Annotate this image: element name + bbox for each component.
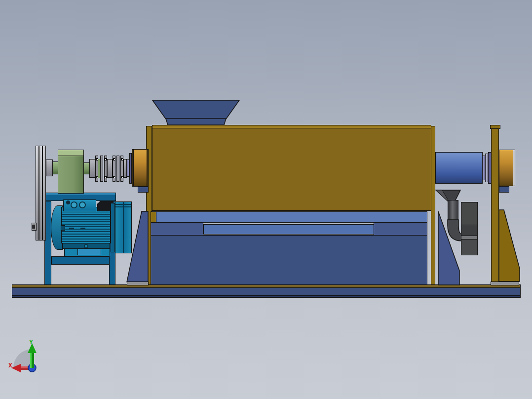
fan-cowl-ring [111, 203, 115, 252]
discharge-pipe [448, 200, 458, 221]
fan-cowl-seam [123, 202, 124, 253]
blower-duct-upper [461, 202, 478, 225]
rail-step-block-left [151, 222, 203, 236]
motor-base-ring [84, 244, 88, 248]
coupling-bolt [104, 158, 107, 160]
stand-cross-rail [51, 256, 110, 265]
motor-drain-dot-1 [69, 228, 74, 229]
drum-right-end-strip [431, 126, 435, 285]
coupling-bolt [104, 176, 107, 178]
pulley-disc-2 [39, 146, 42, 240]
drum-housing [152, 125, 431, 211]
drum-top-edge [152, 125, 431, 128]
blower-duct-lower [461, 239, 478, 255]
coupling-cylinder-3 [123, 159, 127, 178]
left-gusset-foot-pad [127, 281, 149, 285]
right-support-gusset [498, 209, 520, 282]
motor-shaft-end [32, 225, 35, 229]
rail-recess-band [203, 224, 374, 235]
terminal-box-ring-1 [71, 201, 77, 208]
left-hub-end-ring-2 [147, 149, 149, 187]
blower-duct-mid [461, 225, 478, 236]
coupling-disc-2b [116, 156, 119, 182]
coupling-disc-1b [100, 156, 103, 182]
left-bearing-hub [133, 149, 147, 187]
fan-cowl-louver-1 [115, 204, 131, 205]
cad-viewport[interactable]: Y X [0, 0, 532, 399]
discharge-elbow [447, 219, 462, 242]
pedestal-gusset-left [126, 211, 149, 282]
right-support-foot-pad [491, 281, 519, 285]
base-plate-body [12, 287, 521, 296]
gearbox-shaft-hub [46, 160, 53, 176]
motor-drain-dot-2 [80, 228, 85, 229]
fan-cowl-louver-2 [115, 206, 131, 207]
motor-body-fins [61, 212, 111, 243]
x-axis-label: X [8, 362, 12, 368]
right-bearing-mount-block [499, 186, 509, 193]
pedestal-body [151, 235, 427, 285]
right-bearing-hub [499, 150, 513, 186]
feed-hopper [152, 100, 240, 125]
motor-plinth-block [77, 248, 101, 255]
y-axis-label: Y [29, 339, 33, 345]
right-support-plate [491, 125, 499, 282]
coupling-bolt [96, 158, 98, 160]
base-plate-bottom-edge [12, 295, 521, 298]
trunnion-ring-3 [488, 152, 492, 184]
coupling-bolt [121, 158, 123, 160]
coupling-bolt [113, 176, 115, 178]
coupling-bolt [121, 176, 123, 178]
right-support-plate-cap [490, 125, 500, 129]
pulley-disc-3 [42, 146, 46, 240]
terminal-box-plug [66, 200, 70, 204]
motor-lifting-clip [61, 225, 65, 231]
coupling-bolt [113, 158, 115, 160]
rail-step-block-right [374, 222, 427, 236]
terminal-box-ring-2 [79, 201, 86, 208]
right-bearing-end-disc [513, 150, 515, 186]
coupling-cylinder-2 [107, 159, 113, 178]
coupling-bolt [96, 176, 98, 178]
left-bearing-mount-block [138, 187, 149, 193]
drum-side-rail [156, 211, 427, 223]
gearbox-body [58, 156, 84, 194]
trunnion-shaft [435, 152, 483, 184]
